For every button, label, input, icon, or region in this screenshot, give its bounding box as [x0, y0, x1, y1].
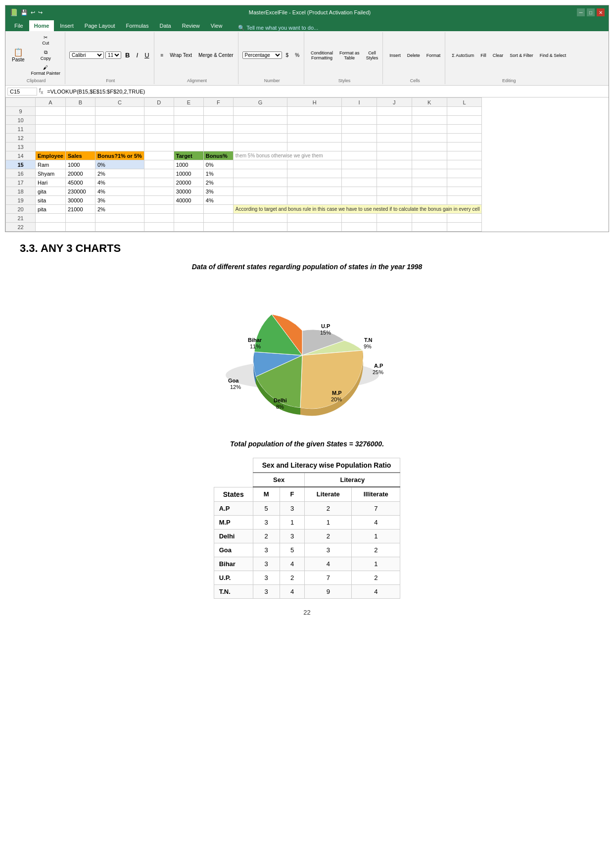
- wrap-text-button[interactable]: Wrap Text: [167, 51, 194, 59]
- cell-17-C[interactable]: 4%: [95, 178, 144, 187]
- row-num-header: [6, 98, 36, 107]
- col-J-header[interactable]: J: [377, 98, 412, 107]
- col-F-header[interactable]: F: [203, 98, 233, 107]
- editing-group-label: Editing: [502, 78, 516, 83]
- delete-button[interactable]: Delete: [405, 51, 423, 59]
- cell-target-header[interactable]: Target: [174, 151, 203, 160]
- cell-15-B[interactable]: 1000: [65, 160, 95, 169]
- cell-15-E[interactable]: 1000: [174, 160, 203, 169]
- tab-formulas[interactable]: Formulas: [121, 20, 154, 31]
- tab-insert[interactable]: Insert: [55, 20, 79, 31]
- copy-button[interactable]: ⧉ Copy: [29, 48, 63, 62]
- cell-18-F[interactable]: 3%: [203, 187, 233, 196]
- quick-redo[interactable]: ↪: [38, 9, 43, 16]
- table-title-row: Sex and Literacy wise Population Ratio: [214, 458, 400, 473]
- close-button[interactable]: ✕: [597, 8, 605, 16]
- tab-home[interactable]: Home: [29, 20, 54, 31]
- cell-sales-header[interactable]: Sales: [65, 151, 95, 160]
- cell-19-A[interactable]: sita: [36, 196, 66, 205]
- cell-19-F[interactable]: 4%: [203, 196, 233, 205]
- tab-page-layout[interactable]: Page Layout: [80, 20, 120, 31]
- col-G-header[interactable]: G: [233, 98, 287, 107]
- cell-18-B[interactable]: 230000: [65, 187, 95, 196]
- italic-button[interactable]: I: [134, 50, 141, 60]
- cell-bonus-header[interactable]: Bonus?1% or 5%: [95, 151, 144, 160]
- col-E-header[interactable]: E: [174, 98, 203, 107]
- cell-18-E[interactable]: 30000: [174, 187, 203, 196]
- cell-20-B[interactable]: 21000: [65, 205, 95, 214]
- cell-17-F[interactable]: 2%: [203, 178, 233, 187]
- font-family-select[interactable]: Calibri: [69, 51, 104, 59]
- format-button[interactable]: Format: [424, 51, 443, 59]
- cell-18-C[interactable]: 4%: [95, 187, 144, 196]
- insert-button[interactable]: Insert: [387, 51, 403, 59]
- cell-15-C[interactable]: 0%: [95, 160, 144, 169]
- quick-undo[interactable]: ↩: [31, 9, 35, 16]
- cell-styles-button[interactable]: CellStyles: [364, 49, 381, 62]
- cell-17-A[interactable]: Hari: [36, 178, 66, 187]
- font-size-select[interactable]: 11: [105, 51, 121, 59]
- col-D-header[interactable]: D: [144, 98, 174, 107]
- font-content: Calibri 11 B I U: [69, 33, 151, 77]
- tab-review[interactable]: Review: [177, 20, 205, 31]
- copy-icon: ⧉: [44, 49, 47, 55]
- cell-employee-header[interactable]: Employee: [36, 151, 66, 160]
- cell-20-C[interactable]: 2%: [95, 205, 144, 214]
- maximize-button[interactable]: □: [587, 8, 595, 16]
- cell-bonuspct-header[interactable]: Bonus%: [203, 151, 233, 160]
- cut-button[interactable]: ✂ Cut: [29, 33, 63, 47]
- cell-18-A[interactable]: gita: [36, 187, 66, 196]
- col-A-header[interactable]: A: [36, 98, 66, 107]
- col-B-header[interactable]: B: [65, 98, 95, 107]
- cell-19-E[interactable]: 40000: [174, 196, 203, 205]
- cell-19-C[interactable]: 3%: [95, 196, 144, 205]
- conditional-formatting-button[interactable]: ConditionalFormatting: [308, 49, 335, 62]
- find-select-button[interactable]: Find & Select: [537, 51, 569, 59]
- ribbon-group-number: Percentage $ % Number: [240, 32, 304, 84]
- cell-15-A[interactable]: Ram: [36, 160, 66, 169]
- align-left-button[interactable]: ≡: [158, 51, 166, 59]
- col-L-header[interactable]: L: [447, 98, 482, 107]
- col-K-header[interactable]: K: [412, 98, 447, 107]
- dollar-button[interactable]: $: [283, 51, 291, 59]
- number-format-select[interactable]: Percentage: [242, 51, 282, 59]
- tell-me-box[interactable]: 🔍 Tell me what you want to do...: [238, 25, 318, 31]
- page-content: 3.3. ANY 3 CHARTS Data of different stat…: [0, 232, 614, 626]
- col-C-header[interactable]: C: [95, 98, 144, 107]
- paste-button[interactable]: 📋 Paste: [9, 47, 27, 64]
- col-I-header[interactable]: I: [342, 98, 377, 107]
- underline-button[interactable]: U: [142, 50, 151, 60]
- cell-19-B[interactable]: 30000: [65, 196, 95, 205]
- sort-filter-button[interactable]: Sort & Filter: [507, 51, 536, 59]
- autosum-button[interactable]: Σ AutoSum: [449, 51, 476, 59]
- cell-reference-box[interactable]: [7, 88, 37, 96]
- fill-button[interactable]: Fill: [478, 51, 489, 59]
- format-as-table-button[interactable]: Format asTable: [337, 49, 362, 62]
- cell-15-F[interactable]: 0%: [203, 160, 233, 169]
- clear-button[interactable]: Clear: [490, 51, 506, 59]
- quick-save[interactable]: 💾: [21, 9, 28, 16]
- tab-data[interactable]: Data: [154, 20, 176, 31]
- col-H-header[interactable]: H: [287, 98, 342, 107]
- cell-16-F[interactable]: 1%: [203, 169, 233, 178]
- tab-file[interactable]: File: [9, 20, 28, 31]
- cell-20-A[interactable]: pita: [36, 205, 66, 214]
- label-goa-pct: 12%: [230, 384, 241, 390]
- minimize-button[interactable]: ─: [577, 8, 585, 16]
- cell-17-B[interactable]: 45000: [65, 178, 95, 187]
- up-illiterate: 2: [352, 571, 400, 584]
- goa-M: 3: [253, 543, 280, 557]
- cell-16-B[interactable]: 20000: [65, 169, 95, 178]
- cell-16-A[interactable]: Shyam: [36, 169, 66, 178]
- cell-16-C[interactable]: 2%: [95, 169, 144, 178]
- percent-button[interactable]: %: [292, 51, 302, 59]
- bold-button[interactable]: B: [123, 50, 132, 60]
- format-painter-button[interactable]: 🖌 Format Painter: [29, 63, 63, 77]
- cell-17-E[interactable]: 20000: [174, 178, 203, 187]
- tab-view[interactable]: View: [206, 20, 228, 31]
- merge-center-button[interactable]: Merge & Center: [196, 51, 236, 59]
- formula-input[interactable]: [45, 88, 607, 95]
- editing-content: Σ AutoSum Fill Clear Sort & Filter Find …: [449, 33, 568, 77]
- chart-container: U.P 15% T.N 9% A.P 25% M.P 20% Delhi 8% …: [20, 279, 594, 432]
- cell-16-E[interactable]: 10000: [174, 169, 203, 178]
